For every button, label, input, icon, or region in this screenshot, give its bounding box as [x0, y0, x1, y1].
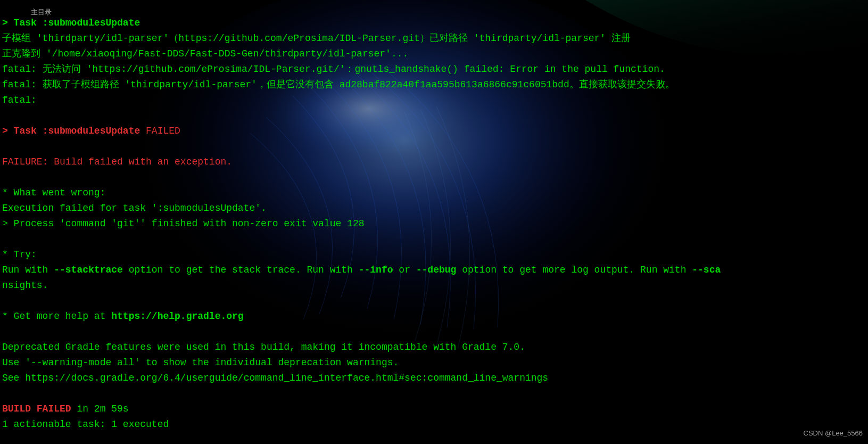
toc-watermark: 主目录 — [31, 4, 52, 20]
output-line: See https://docs.gradle.org/6.4/userguid… — [2, 373, 548, 383]
output-line: 子模组 'thirdparty/idl-parser'（https://gith… — [2, 33, 631, 44]
build-failed-label: BUILD FAILED — [2, 404, 71, 414]
output-line: Execution failed for task ':submodulesUp… — [2, 203, 267, 213]
section-heading: * Try: — [2, 249, 37, 260]
task-failed-line: > Task :submodulesUpdate — [2, 126, 140, 136]
failure-heading: FAILURE: Build failed with an exception. — [2, 157, 232, 167]
cli-option: --sca — [692, 265, 721, 275]
failed-suffix: FAILED — [140, 126, 180, 136]
cli-option: --debug — [416, 265, 457, 275]
output-line: fatal: 获取了子模组路径 'thirdparty/idl-parser'，… — [2, 79, 675, 90]
output-line: fatal: — [2, 95, 37, 105]
output-line: fatal: 无法访问 'https://github.com/eProsima… — [2, 64, 665, 75]
cli-option: --stacktrace — [54, 265, 123, 275]
output-line: > Process 'command 'git'' finished with … — [2, 218, 365, 229]
task-header-line: > Task :submodulesUpdate — [2, 18, 140, 28]
output-line: 正克隆到 '/home/xiaoqing/Fast-DDS/Fast-DDS-G… — [2, 48, 408, 59]
output-line: 1 actionable task: 1 executed — [2, 419, 169, 430]
help-url: https://help.gradle.org — [111, 311, 243, 322]
build-time: in 2m 59s — [71, 404, 129, 414]
output-line: Deprecated Gradle features were used in … — [2, 342, 525, 352]
section-heading: * What went wrong: — [2, 187, 105, 198]
terminal-output: > Task :submodulesUpdate 子模组 'thirdparty… — [0, 0, 868, 432]
csdn-watermark: CSDN @Lee_5566 — [804, 425, 863, 441]
output-line: Use '--warning-mode all' to show the ind… — [2, 357, 399, 368]
output-line: Run with — [2, 265, 54, 275]
cli-option: --info — [359, 265, 393, 275]
section-heading: * Get more help at — [2, 311, 111, 322]
output-line: nsights. — [2, 280, 48, 291]
